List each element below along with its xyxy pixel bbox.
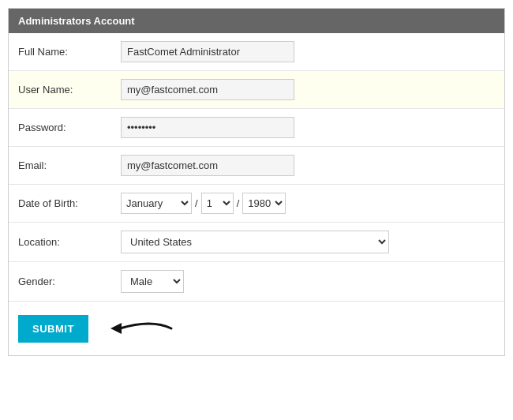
location-row: Location: United States Canada United Ki… bbox=[9, 223, 504, 262]
username-label: User Name: bbox=[18, 84, 121, 96]
email-input[interactable] bbox=[121, 155, 294, 176]
username-input[interactable] bbox=[121, 79, 294, 100]
password-label: Password: bbox=[18, 122, 121, 133]
location-select[interactable]: United States Canada United Kingdom Aust… bbox=[121, 231, 389, 253]
gender-row: Gender: Male Female Other bbox=[9, 262, 504, 302]
email-row: Email: bbox=[9, 147, 504, 185]
dob-row: Date of Birth: January February March Ap… bbox=[9, 185, 504, 223]
admin-account-panel: Administrators Account Full Name: User N… bbox=[8, 8, 505, 356]
fullname-label: Full Name: bbox=[18, 46, 121, 58]
dob-day-select[interactable]: 12345 678910 1112131415 1617181920 21222… bbox=[201, 193, 234, 214]
dob-year-select[interactable]: 19801981197919781977 199019952000 bbox=[242, 193, 286, 214]
arrow-indicator bbox=[104, 313, 175, 344]
dob-group: January February March April May June Ju… bbox=[121, 193, 389, 214]
gender-label: Gender: bbox=[18, 276, 121, 287]
form-actions: SUBMIT bbox=[9, 302, 504, 355]
svg-marker-0 bbox=[110, 323, 122, 334]
location-control: United States Canada United Kingdom Aust… bbox=[121, 231, 389, 253]
submit-button[interactable]: SUBMIT bbox=[18, 315, 88, 343]
gender-select[interactable]: Male Female Other bbox=[121, 270, 184, 293]
password-control bbox=[121, 117, 389, 138]
username-control bbox=[121, 79, 389, 100]
dob-control: January February March April May June Ju… bbox=[121, 193, 389, 214]
username-row: User Name: bbox=[9, 71, 504, 109]
password-input[interactable] bbox=[121, 117, 294, 138]
dob-sep-1: / bbox=[195, 197, 198, 209]
dob-label: Date of Birth: bbox=[18, 197, 121, 209]
fullname-input[interactable] bbox=[121, 41, 294, 62]
gender-control: Male Female Other bbox=[121, 270, 389, 293]
fullname-row: Full Name: bbox=[9, 33, 504, 71]
email-control bbox=[121, 155, 389, 176]
dob-sep-2: / bbox=[237, 197, 240, 209]
email-label: Email: bbox=[18, 159, 121, 171]
panel-title: Administrators Account bbox=[9, 9, 504, 33]
password-row: Password: bbox=[9, 109, 504, 147]
fullname-control bbox=[121, 41, 389, 62]
location-label: Location: bbox=[18, 236, 121, 248]
dob-month-select[interactable]: January February March April May June Ju… bbox=[121, 193, 192, 214]
